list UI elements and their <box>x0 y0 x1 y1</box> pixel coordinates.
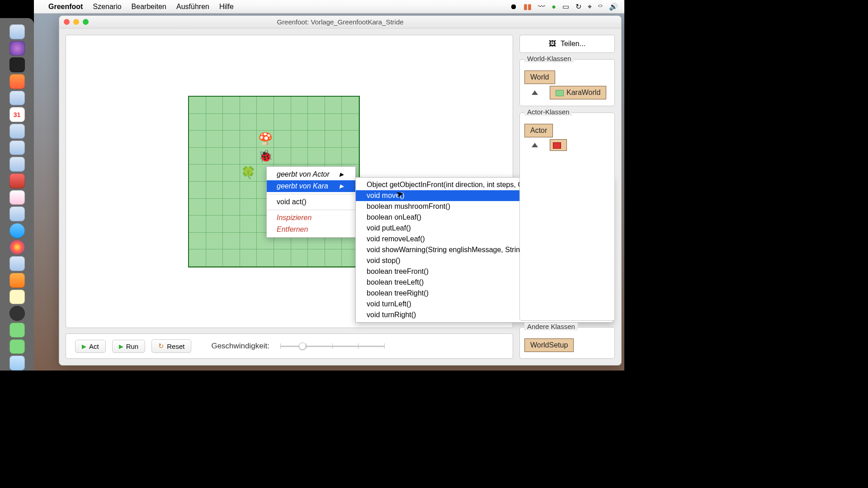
leaf-icon[interactable]: 🍀 <box>240 164 257 181</box>
grid-cell[interactable] <box>189 164 206 182</box>
dock-terminal-icon[interactable] <box>9 57 25 72</box>
dock-appstore-icon[interactable] <box>9 223 25 238</box>
dock-keynote-icon[interactable] <box>9 157 25 172</box>
grid-cell[interactable] <box>240 216 257 233</box>
grid-cell[interactable] <box>308 114 325 131</box>
menu-szenario[interactable]: Szenario <box>93 3 121 11</box>
grid-cell[interactable] <box>308 97 325 114</box>
grid-cell[interactable] <box>189 97 206 114</box>
class-actor-sub[interactable] <box>550 139 567 151</box>
grid-cell[interactable] <box>291 131 308 148</box>
grid-cell[interactable] <box>206 97 223 114</box>
grid-cell[interactable] <box>189 233 206 250</box>
dock-app-icon[interactable] <box>9 174 25 188</box>
share-button[interactable]: 🖼 Teilen... <box>519 35 615 53</box>
grid-cell[interactable] <box>189 249 206 267</box>
dock-mail-icon[interactable] <box>9 91 25 106</box>
grid-cell[interactable] <box>206 114 223 131</box>
grid-cell[interactable] <box>206 249 223 267</box>
dock-finder-icon[interactable] <box>9 24 25 39</box>
grid-cell[interactable] <box>342 97 359 114</box>
grid-cell[interactable] <box>189 199 206 216</box>
grid-cell[interactable] <box>274 249 291 267</box>
dock-ibooks-icon[interactable] <box>9 273 25 288</box>
grid-cell[interactable] <box>342 148 359 165</box>
grid-cell[interactable] <box>206 148 223 165</box>
status-ok-icon[interactable]: ● <box>552 3 556 11</box>
dock-stickies-icon[interactable] <box>9 290 25 305</box>
dock-greenfoot2-icon[interactable] <box>9 339 25 354</box>
pause-icon[interactable]: ▮▮ <box>524 2 532 11</box>
window-zoom-icon[interactable] <box>83 19 89 25</box>
grid-cell[interactable] <box>223 97 240 114</box>
dock-folder-icon[interactable] <box>9 356 25 371</box>
grid-cell[interactable]: 🍄 <box>257 131 274 148</box>
display-icon[interactable]: ▭ <box>562 2 569 11</box>
window-minimize-icon[interactable] <box>73 19 79 25</box>
grid-cell[interactable] <box>189 216 206 233</box>
grid-cell[interactable] <box>223 199 240 216</box>
grid-cell[interactable] <box>223 182 240 199</box>
sync-icon[interactable]: 〰 <box>538 3 545 11</box>
mushroom-icon[interactable]: 🍄 <box>257 131 274 147</box>
grid-cell[interactable] <box>274 131 291 148</box>
grid-cell[interactable] <box>257 249 274 267</box>
screenrec-icon[interactable]: ⏺ <box>510 3 517 11</box>
speed-slider[interactable] <box>280 341 384 352</box>
grid-cell[interactable] <box>325 249 342 267</box>
dock-calendar-icon[interactable]: 31 <box>9 107 25 122</box>
dock-preview-icon[interactable] <box>9 206 25 221</box>
grid-cell[interactable] <box>189 148 206 165</box>
grid-cell[interactable] <box>325 148 342 165</box>
kara-icon[interactable]: 🐞 <box>257 148 274 164</box>
class-worldsetup[interactable]: WorldSetup <box>524 338 574 352</box>
grid-cell[interactable] <box>240 97 257 114</box>
grid-cell[interactable] <box>206 233 223 250</box>
grid-cell[interactable] <box>240 148 257 165</box>
grid-cell[interactable] <box>206 131 223 148</box>
menu-ausfuehren[interactable]: Ausführen <box>176 3 209 11</box>
grid-cell[interactable] <box>223 131 240 148</box>
grid-cell[interactable] <box>223 216 240 233</box>
grid-cell[interactable] <box>189 114 206 131</box>
bluetooth-icon[interactable]: ⌖ <box>588 3 592 11</box>
grid-cell[interactable] <box>223 249 240 267</box>
grid-cell[interactable] <box>308 249 325 267</box>
grid-cell[interactable]: 🍀 <box>240 164 257 182</box>
grid-cell[interactable] <box>223 114 240 131</box>
grid-cell[interactable] <box>206 182 223 199</box>
ctx-inherited-kara[interactable]: geerbt von Kara ▶ <box>267 180 355 192</box>
grid-cell[interactable] <box>240 233 257 250</box>
window-close-icon[interactable] <box>64 19 70 25</box>
grid-cell[interactable] <box>274 97 291 114</box>
grid-cell[interactable] <box>206 199 223 216</box>
grid-cell[interactable] <box>274 148 291 165</box>
run-button[interactable]: ▶ Run <box>112 340 146 353</box>
dock-greenfoot-icon[interactable] <box>9 323 25 338</box>
dock-scanner-icon[interactable] <box>9 256 25 271</box>
dock-music-icon[interactable] <box>9 190 25 205</box>
grid-cell[interactable] <box>240 249 257 267</box>
grid-cell[interactable] <box>189 182 206 199</box>
grid-cell[interactable] <box>240 182 257 199</box>
grid-cell[interactable] <box>274 114 291 131</box>
grid-cell[interactable] <box>240 114 257 131</box>
grid-cell[interactable] <box>206 164 223 182</box>
dock-notes-icon[interactable] <box>9 124 25 139</box>
reset-button[interactable]: ↻ Reset <box>151 339 191 353</box>
class-actor[interactable]: Actor <box>524 124 553 137</box>
grid-cell[interactable] <box>325 97 342 114</box>
dock-imovie-icon[interactable] <box>9 306 25 321</box>
grid-cell[interactable] <box>291 148 308 165</box>
grid-cell[interactable] <box>308 148 325 165</box>
ctx-inspect[interactable]: Inspizieren <box>267 212 355 224</box>
grid-cell[interactable] <box>240 199 257 216</box>
dock-numbers-icon[interactable] <box>9 141 25 155</box>
menu-bearbeiten[interactable]: Bearbeiten <box>132 3 166 11</box>
menu-hilfe[interactable]: Hilfe <box>219 3 234 11</box>
grid-cell[interactable] <box>223 148 240 165</box>
app-name[interactable]: Greenfoot <box>48 3 83 11</box>
ctx-inherited-actor[interactable]: geerbt von Actor ▶ <box>267 169 355 180</box>
grid-cell[interactable] <box>291 249 308 267</box>
grid-cell[interactable] <box>325 131 342 148</box>
